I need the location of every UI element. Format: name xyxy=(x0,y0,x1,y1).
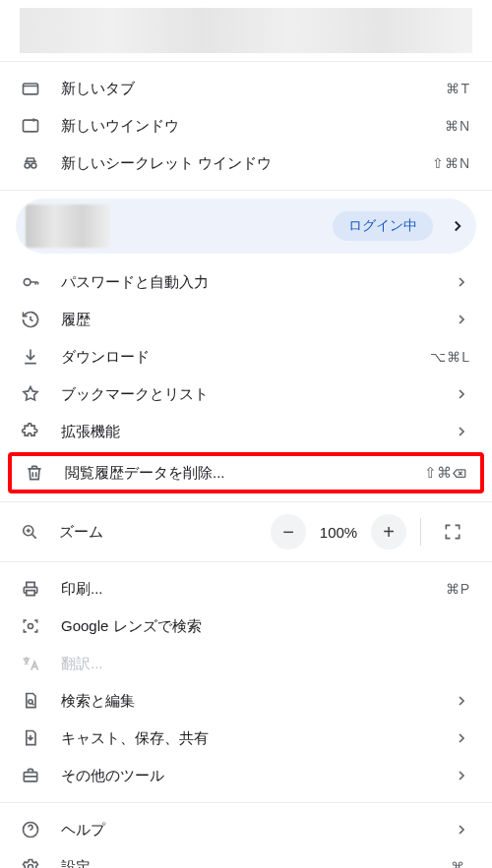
menu-item-label: Google レンズで検索 xyxy=(61,617,470,636)
svg-point-4 xyxy=(24,279,31,286)
separator xyxy=(0,190,492,191)
zoom-in-button[interactable]: + xyxy=(371,514,406,550)
svg-point-6 xyxy=(29,624,33,629)
menu-item-downloads[interactable]: ダウンロード ⌥⌘L xyxy=(0,338,492,376)
shortcut: ⌘, xyxy=(451,859,470,868)
menu-item-label: 翻訳... xyxy=(61,655,470,673)
shortcut: ⌥⌘L xyxy=(430,349,470,365)
svg-rect-1 xyxy=(24,120,38,132)
menu-item-label: 拡張機能 xyxy=(61,423,433,441)
menu-item-help[interactable]: ヘルプ xyxy=(0,811,492,848)
separator xyxy=(0,561,492,562)
chevron-right-icon xyxy=(453,311,470,328)
help-icon xyxy=(20,819,41,840)
history-icon xyxy=(20,309,41,330)
shortcut: ⌘T xyxy=(446,81,470,96)
menu-item-label: 閲覧履歴データを削除... xyxy=(65,464,404,483)
chevron-right-icon xyxy=(449,217,466,235)
chevron-right-icon xyxy=(453,821,470,839)
shortcut: ⌘P xyxy=(446,581,470,597)
translate-icon xyxy=(20,653,41,674)
menu-item-new-incognito[interactable]: 新しいシークレット ウインドウ ⇧⌘N xyxy=(0,145,492,182)
menu-item-print[interactable]: 印刷... ⌘P xyxy=(0,570,492,608)
svg-rect-0 xyxy=(24,84,38,94)
chevron-right-icon xyxy=(453,767,470,784)
menu-item-label: ブックマークとリスト xyxy=(61,385,433,404)
menu-item-label: 新しいシークレット ウインドウ xyxy=(61,154,412,173)
svg-point-7 xyxy=(29,700,32,704)
magnifier-icon xyxy=(20,522,39,542)
svg-point-10 xyxy=(29,865,33,869)
svg-point-3 xyxy=(31,163,36,168)
menu-item-zoom: ズーム − 100% + xyxy=(0,510,492,553)
menu-item-settings[interactable]: 設定 ⌘, xyxy=(0,848,492,868)
toolbox-icon xyxy=(20,765,41,786)
menu-item-cast-save-share[interactable]: キャスト、保存、共有 xyxy=(0,720,492,757)
print-icon xyxy=(20,578,41,600)
chevron-right-icon xyxy=(453,692,470,710)
menu-item-label: 検索と編集 xyxy=(61,692,433,711)
shortcut: ⌘N xyxy=(445,118,470,134)
menu-item-label: キャスト、保存、共有 xyxy=(61,729,433,748)
chevron-right-icon xyxy=(453,385,470,403)
gear-icon xyxy=(20,856,41,868)
zoom-value: 100% xyxy=(312,524,365,541)
tab-icon xyxy=(20,78,41,99)
menu-item-bookmarks[interactable]: ブックマークとリスト xyxy=(0,376,492,413)
menu-item-label: 設定 xyxy=(61,858,431,869)
annotation-highlight: 閲覧履歴データを削除... ⇧⌘ xyxy=(8,452,484,493)
menu-item-label: 印刷... xyxy=(61,580,426,599)
separator xyxy=(0,61,492,62)
menu-item-label: パスワードと自動入力 xyxy=(61,273,433,292)
cast-save-icon xyxy=(20,727,41,749)
menu-item-label: ヘルプ xyxy=(61,821,433,839)
menu-item-label: 履歴 xyxy=(61,311,433,329)
camera-lens-icon xyxy=(20,615,41,637)
menu-item-new-tab[interactable]: 新しいタブ ⌘T xyxy=(0,70,492,107)
menu-item-label: その他のツール xyxy=(61,767,433,785)
menu-item-history[interactable]: 履歴 xyxy=(0,301,492,338)
document-search-icon xyxy=(20,690,41,712)
trash-icon xyxy=(24,462,45,484)
menu-item-label: 新しいタブ xyxy=(61,80,426,98)
separator xyxy=(0,802,492,803)
menu-header-redacted xyxy=(20,8,472,53)
puzzle-icon xyxy=(20,421,41,442)
menu-item-extensions[interactable]: 拡張機能 xyxy=(0,413,492,450)
menu-item-more-tools[interactable]: その他のツール xyxy=(0,757,492,794)
menu-item-label: ダウンロード xyxy=(61,348,410,367)
zoom-label: ズーム xyxy=(59,523,251,542)
menu-item-new-window[interactable]: 新しいウインドウ ⌘N xyxy=(0,107,492,145)
menu-item-clear-browsing-data[interactable]: 閲覧履歴データを削除... ⇧⌘ xyxy=(12,456,480,490)
login-status-badge: ログイン中 xyxy=(333,211,433,241)
zoom-controls: − 100% + xyxy=(271,514,470,550)
download-icon xyxy=(20,346,41,368)
menu-item-account[interactable]: ログイン中 xyxy=(16,199,476,254)
svg-point-2 xyxy=(25,163,30,168)
menu-item-label: 新しいウインドウ xyxy=(61,117,425,136)
chevron-right-icon xyxy=(453,273,470,291)
shortcut: ⇧⌘ xyxy=(424,464,466,482)
chrome-main-menu: 新しいタブ ⌘T 新しいウインドウ ⌘N 新しいシークレット ウインドウ ⇧⌘N… xyxy=(0,0,492,868)
shortcut: ⇧⌘N xyxy=(432,155,470,171)
chevron-right-icon xyxy=(453,423,470,440)
menu-item-find-edit[interactable]: 検索と編集 xyxy=(0,682,492,720)
fullscreen-button[interactable] xyxy=(435,514,470,550)
star-icon xyxy=(20,383,41,405)
menu-item-translate: 翻訳... xyxy=(0,645,492,682)
zoom-out-button[interactable]: − xyxy=(271,514,306,550)
menu-item-google-lens[interactable]: Google レンズで検索 xyxy=(0,608,492,645)
incognito-icon xyxy=(20,152,41,174)
account-info-redacted xyxy=(26,204,110,248)
divider xyxy=(420,518,421,546)
key-icon xyxy=(20,271,41,293)
separator xyxy=(0,501,492,502)
new-window-icon xyxy=(20,115,41,137)
chevron-right-icon xyxy=(453,729,470,747)
menu-item-passwords[interactable]: パスワードと自動入力 xyxy=(0,263,492,301)
